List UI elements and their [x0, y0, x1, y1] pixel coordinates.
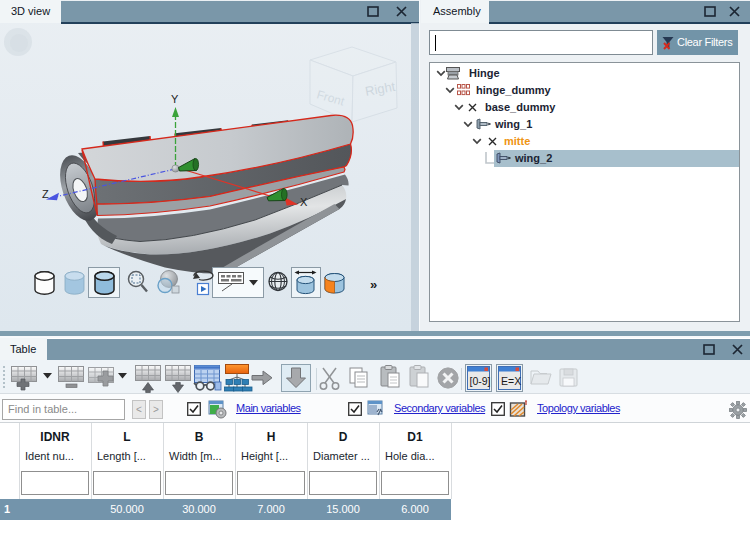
svg-text:Y: Y — [171, 93, 179, 105]
svg-text:»: » — [370, 277, 377, 292]
svg-text:Z: Z — [42, 188, 49, 200]
svg-text:X: X — [300, 196, 308, 208]
svg-text:E=X: E=X — [501, 375, 521, 387]
svg-text:[0-9]: [0-9] — [470, 375, 491, 387]
